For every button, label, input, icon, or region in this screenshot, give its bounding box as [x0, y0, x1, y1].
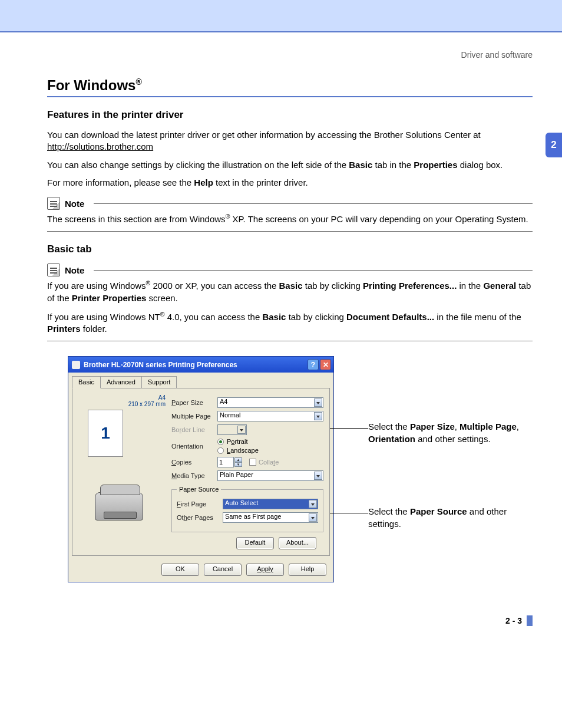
- row-other-pages: Other Pages Same as First page: [177, 512, 318, 523]
- basic-panel: A4 210 x 297 mm 1 Paper Size A4 Multiple…: [72, 388, 330, 556]
- note-header-1: Note: [47, 197, 533, 210]
- page-number-text: 2 - 3: [505, 616, 522, 625]
- text: ,: [455, 421, 459, 431]
- text: folder.: [81, 324, 107, 334]
- text-bold: Printer Properties: [72, 293, 147, 303]
- label-portrait: Portrait: [227, 438, 247, 445]
- tabstrip: Basic Advanced Support: [68, 373, 333, 388]
- note-line: [94, 270, 533, 271]
- text: text in the printer driver.: [213, 177, 308, 187]
- inner-button-row: Default About...: [171, 532, 323, 549]
- text-bold: Printers: [47, 324, 81, 334]
- para-change-settings: You can also change settings by clicking…: [47, 159, 533, 171]
- close-button[interactable]: ✕: [320, 359, 331, 370]
- breadcrumb: Driver and software: [47, 50, 533, 60]
- row-media-type: Media Type Plain Paper: [171, 470, 323, 481]
- text: The screens in this section are from Win…: [47, 214, 226, 224]
- help-button[interactable]: ?: [308, 359, 319, 370]
- section-basic-heading: Basic tab: [47, 243, 533, 255]
- label-multiple-page: Multiple Page: [171, 413, 217, 420]
- label-paper-size: Paper Size: [171, 399, 217, 406]
- cancel-button[interactable]: Cancel: [204, 564, 242, 576]
- dialog-button-row: OK Cancel Apply Help: [68, 560, 333, 582]
- row-orientation: Orientation Portrait Landscape: [171, 438, 323, 454]
- help-button-bottom[interactable]: Help: [289, 564, 326, 576]
- para-help: For more information, please see the Hel…: [47, 177, 533, 189]
- text: dialog box.: [458, 160, 503, 170]
- right-column: Paper Size A4 Multiple Page Normal Borde…: [171, 394, 323, 549]
- radio-landscape[interactable]: [217, 447, 224, 454]
- text-bold: Paper Size: [410, 421, 455, 431]
- copies-spinner[interactable]: ▲▼: [234, 457, 242, 467]
- page-title: For Windows®: [47, 77, 533, 94]
- tab-support[interactable]: Support: [141, 376, 177, 388]
- text: For more information, please see the: [47, 177, 194, 187]
- paper-preview[interactable]: 1: [88, 410, 123, 457]
- other-pages-select[interactable]: Same as First page: [223, 512, 318, 523]
- text: tab by clicking: [303, 281, 363, 291]
- text-bold: Orientation: [368, 434, 415, 444]
- text: in the: [457, 281, 483, 291]
- text-bold: Document Defaults...: [346, 312, 434, 322]
- text: Select the: [368, 506, 410, 516]
- text: tab in the: [372, 160, 414, 170]
- note-label: Note: [65, 265, 84, 275]
- tab-basic[interactable]: Basic: [72, 376, 101, 388]
- paper-size-select[interactable]: A4: [217, 397, 323, 408]
- note-header-2: Note: [47, 263, 533, 276]
- paper-source-legend: Paper Source: [177, 486, 221, 493]
- note-line: [94, 203, 533, 204]
- note-end-2: [47, 341, 533, 341]
- text-bold: Basic: [262, 312, 286, 322]
- label-border-line: Border Line: [171, 426, 217, 433]
- text: in the file menu of the: [434, 312, 521, 322]
- top-band: [0, 0, 562, 32]
- label-landscape: Landscape: [227, 447, 259, 454]
- text: A4: [158, 394, 166, 401]
- text-bold: General: [483, 281, 516, 291]
- dialog-titlebar[interactable]: Brother HL-2070N series Printing Prefere…: [68, 357, 333, 373]
- text: tab by clicking: [286, 312, 346, 322]
- printer-illustration[interactable]: [90, 480, 152, 529]
- row-multiple-page: Multiple Page Normal: [171, 411, 323, 421]
- dialog-title: Brother HL-2070N series Printing Prefere…: [84, 361, 237, 369]
- copies-input[interactable]: [217, 457, 234, 467]
- note-label: Note: [65, 199, 84, 209]
- text-bold: Basic: [279, 281, 303, 291]
- ok-button[interactable]: OK: [161, 564, 199, 576]
- text: If you are using Windows NT: [47, 312, 160, 322]
- title-main: For Windows: [47, 77, 135, 93]
- combo-value: Auto Select: [223, 499, 318, 509]
- note2-line1: If you are using Windows® 2000 or XP, yo…: [47, 279, 533, 304]
- apply-button[interactable]: Apply: [246, 564, 284, 576]
- text: You can also change settings by clicking…: [47, 160, 349, 170]
- about-button[interactable]: About...: [279, 537, 316, 549]
- radio-portrait[interactable]: [217, 439, 224, 445]
- solutions-link[interactable]: http://solutions.brother.com: [47, 141, 153, 151]
- text: 210 x 297 mm: [128, 401, 166, 407]
- text-bold: Paper Source: [410, 506, 467, 516]
- callout-1: Select the Paper Size, Multiple Page, Or…: [368, 421, 539, 445]
- default-button[interactable]: Default: [236, 537, 274, 549]
- text-bold: Help: [194, 177, 213, 187]
- media-type-select[interactable]: Plain Paper: [217, 470, 323, 481]
- collate-checkbox: [249, 459, 256, 466]
- note2-line2: If you are using Windows NT® 4.0, you ca…: [47, 310, 533, 335]
- label-first-page: First Page: [177, 500, 223, 508]
- chapter-tab: 2: [546, 133, 562, 157]
- text: ,: [517, 421, 519, 431]
- text-bold: Basic: [349, 160, 372, 170]
- printing-preferences-dialog: Brother HL-2070N series Printing Prefere…: [68, 356, 334, 582]
- first-page-select[interactable]: Auto Select: [223, 499, 318, 509]
- note-end-1: [47, 231, 533, 232]
- page-number: 2 - 3: [47, 615, 533, 626]
- note-icon: [47, 197, 60, 210]
- label-copies: Copies: [171, 459, 217, 466]
- label-media-type: Media Type: [171, 472, 217, 479]
- callout-2: Select the Paper Source and other settin…: [368, 506, 539, 530]
- para-download: You can download the latest printer driv…: [47, 129, 533, 153]
- tab-advanced[interactable]: Advanced: [100, 376, 142, 388]
- text-bold: Properties: [414, 160, 457, 170]
- text: 2000 or XP, you can access the: [150, 281, 279, 291]
- multiple-page-select[interactable]: Normal: [217, 411, 323, 421]
